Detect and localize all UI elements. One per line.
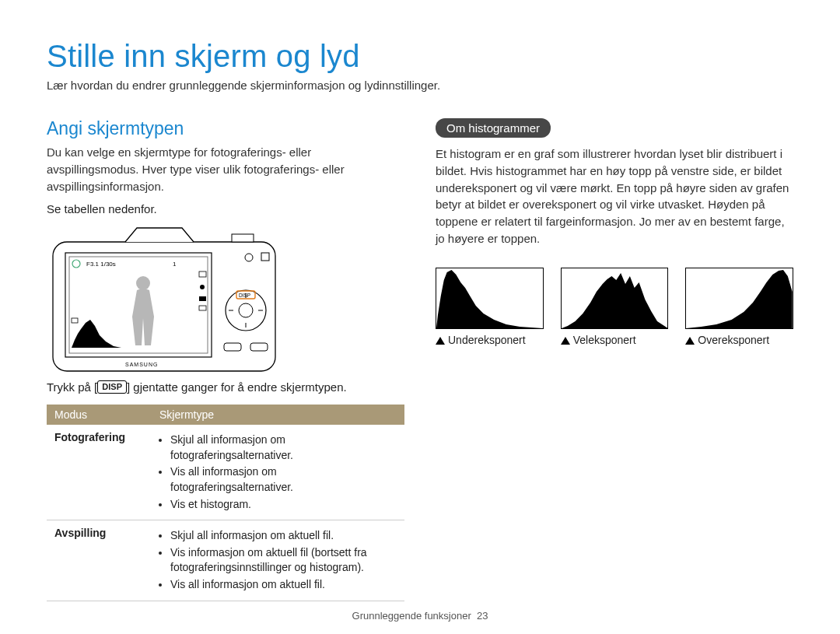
svg-rect-21 (224, 343, 241, 351)
svg-rect-22 (250, 343, 268, 351)
svg-point-5 (136, 276, 150, 290)
table-row: Fotografering Skjul all informasjon om f… (47, 425, 404, 520)
camera-brand: SAMSUNG (125, 362, 158, 367)
left-column: Angi skjermtypen Du kan velge en skjermt… (47, 118, 404, 601)
page-intro: Lær hvordan du endrer grunnleggende skje… (47, 79, 793, 92)
list-item: Vis all informasjon om aktuell fil. (170, 577, 397, 593)
press-instruction: Trykk på [DISP] gjentatte ganger for å e… (47, 380, 404, 394)
section-body: Du kan velge en skjermtype for fotografe… (47, 144, 404, 194)
table-col-type: Skjermtype (152, 405, 404, 425)
list-item: Vis informasjon om aktuell fil (bortsett… (170, 545, 397, 576)
triangle-icon (436, 337, 445, 345)
svg-point-15 (239, 303, 253, 317)
list-item: Skjul all informasjon om aktuell fil. (170, 528, 397, 544)
see-table: Se tabellen nedenfor. (47, 202, 404, 215)
screen-exposure-readout: F3.1 1/30s (86, 261, 116, 268)
screen-type-table: Modus Skjermtype Fotografering Skjul all… (47, 405, 404, 601)
histogram-overexposed: Overeksponert (685, 268, 793, 346)
histogram-wellexposed: Veleksponert (561, 268, 669, 346)
svg-marker-23 (436, 270, 543, 328)
svg-rect-1 (232, 234, 254, 242)
svg-rect-13 (261, 253, 269, 261)
list-item: Vis all informasjon om fotograferingsalt… (170, 464, 397, 495)
mode-cell: Fotografering (47, 425, 152, 520)
page-footer: Grunnleggende funksjoner 23 (0, 610, 840, 622)
svg-marker-25 (686, 270, 793, 328)
svg-rect-10 (199, 296, 206, 301)
table-col-mode: Modus (47, 405, 152, 425)
about-histograms-badge: Om histogrammer (436, 118, 551, 138)
svg-marker-24 (562, 273, 668, 328)
triangle-icon (685, 337, 695, 345)
disp-pill: DISP (97, 380, 127, 394)
svg-point-9 (200, 285, 205, 289)
list-item: Skjul all informasjon om fotograferingsa… (170, 433, 397, 463)
mode-cell: Avspilling (47, 520, 152, 601)
histogram-examples: Undereksponert Veleksponert (436, 268, 793, 346)
disp-button-label: DISP (239, 292, 250, 298)
camera-illustration: F3.1 1/30s 1 (51, 225, 277, 373)
histogram-body: Et histogram er en graf som illustrerer … (436, 145, 793, 247)
table-row: Avspilling Skjul all informasjon om aktu… (47, 520, 404, 601)
screen-shot-count: 1 (173, 261, 177, 268)
list-item: Vis et histogram. (170, 497, 397, 513)
svg-point-12 (245, 254, 253, 261)
histogram-underexposed: Undereksponert (436, 268, 544, 346)
triangle-icon (561, 337, 570, 345)
section-heading: Angi skjermtypen (47, 118, 404, 139)
page-title: Stille inn skjerm og lyd (47, 39, 793, 74)
right-column: Om histogrammer Et histogram er en graf … (436, 118, 793, 601)
